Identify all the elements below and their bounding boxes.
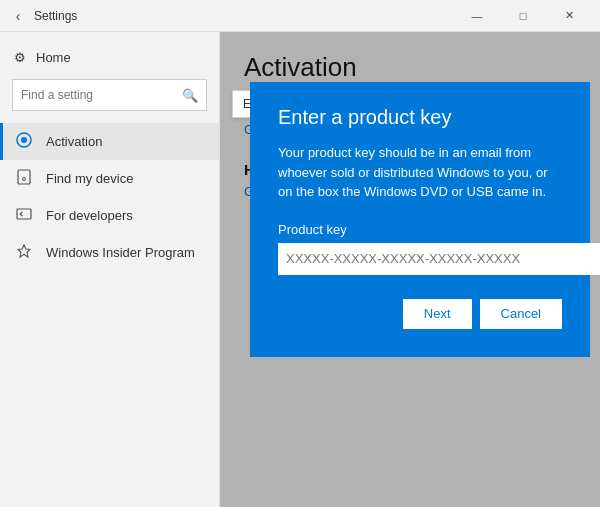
sidebar-item-find-my-device-label: Find my device — [46, 171, 133, 186]
home-label: Home — [36, 50, 71, 65]
search-icon: 🔍 — [182, 88, 198, 103]
svg-point-1 — [21, 137, 27, 143]
sidebar-item-for-developers-label: For developers — [46, 208, 133, 223]
title-bar: ‹ Settings — □ ✕ — [0, 0, 600, 32]
content-area: Activation Windows Get more info about a… — [220, 32, 600, 507]
back-button[interactable]: ‹ — [8, 6, 28, 26]
close-button[interactable]: ✕ — [546, 0, 592, 32]
main-layout: ⚙ Home 🔍 Activation — [0, 32, 600, 507]
dialog-title: Enter a product key — [278, 106, 562, 129]
product-key-dialog: Enter a product key Your product key sho… — [250, 82, 590, 357]
sidebar-item-home[interactable]: ⚙ Home — [0, 40, 219, 75]
windows-insider-icon — [16, 243, 32, 262]
svg-point-3 — [23, 178, 26, 181]
dialog-description: Your product key should be in an email f… — [278, 143, 562, 202]
home-icon: ⚙ — [14, 50, 26, 65]
product-key-input[interactable] — [278, 243, 600, 275]
field-label: Product key — [278, 222, 562, 237]
next-button[interactable]: Next — [403, 299, 472, 329]
sidebar-item-activation[interactable]: Activation — [0, 123, 219, 160]
cancel-button[interactable]: Cancel — [480, 299, 562, 329]
window-controls: — □ ✕ — [454, 0, 592, 32]
sidebar-item-windows-insider-label: Windows Insider Program — [46, 245, 195, 260]
minimize-button[interactable]: — — [454, 0, 500, 32]
sidebar-item-find-my-device[interactable]: Find my device — [0, 160, 219, 197]
sidebar: ⚙ Home 🔍 Activation — [0, 32, 220, 507]
activation-icon — [16, 132, 32, 151]
sidebar-search-box[interactable]: 🔍 — [12, 79, 207, 111]
sidebar-item-activation-label: Activation — [46, 134, 102, 149]
sidebar-item-for-developers[interactable]: For developers — [0, 197, 219, 234]
find-my-device-icon — [16, 169, 32, 188]
window-title: Settings — [34, 9, 454, 23]
for-developers-icon — [16, 206, 32, 225]
search-input[interactable] — [21, 88, 182, 102]
maximize-button[interactable]: □ — [500, 0, 546, 32]
svg-marker-7 — [18, 245, 30, 257]
dialog-buttons: Next Cancel — [278, 299, 562, 329]
svg-line-6 — [20, 214, 23, 216]
svg-rect-4 — [17, 209, 31, 219]
sidebar-item-windows-insider[interactable]: Windows Insider Program — [0, 234, 219, 271]
